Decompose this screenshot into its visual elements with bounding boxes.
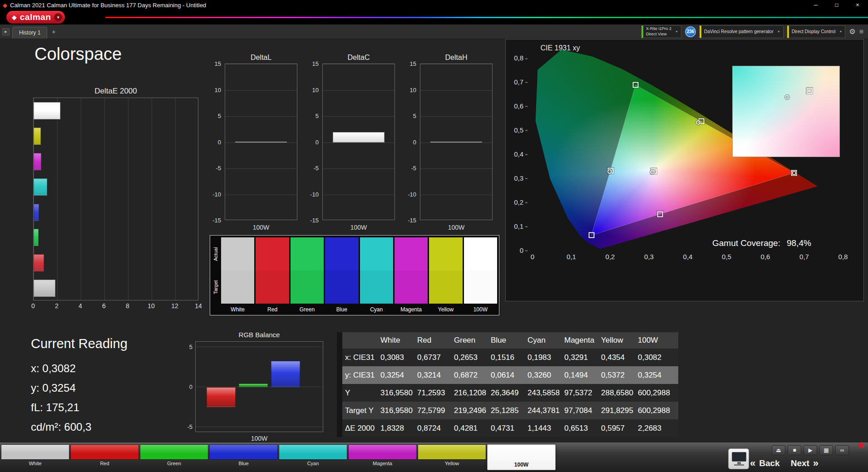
close-button[interactable]: ×	[847, 0, 868, 10]
table-cell: 0,3254	[380, 371, 417, 380]
pattern-patch-cyan[interactable]: Cyan	[279, 444, 347, 466]
table-cell: 1,8328	[380, 424, 417, 433]
table-row-label: x: CIE31	[342, 353, 380, 362]
eject-button[interactable]: ⏏	[772, 445, 785, 455]
back-label: Back	[759, 458, 779, 468]
table-gutter	[337, 384, 342, 402]
tab-history-1[interactable]: History 1	[12, 27, 47, 39]
patch-label: Red	[70, 461, 139, 466]
maximize-button[interactable]: □	[826, 0, 847, 10]
swatch-target	[221, 270, 254, 304]
table-cell: 244,3781	[528, 406, 564, 415]
table-gutter	[337, 366, 342, 384]
save-button[interactable]: ▦	[819, 445, 833, 455]
table-cell: 97,5372	[564, 388, 601, 398]
patch-color	[1, 444, 69, 460]
pattern-patch-blue[interactable]: Blue	[209, 444, 278, 466]
pattern-generator-selector[interactable]: DaVinci Resolve pattern generator ▼	[700, 25, 784, 38]
calman-logo-menu[interactable]: ◆ calman ▼	[6, 11, 65, 24]
ytick--15: -15	[310, 217, 319, 224]
back-button[interactable]: « Back	[750, 457, 780, 469]
cie-ytick-1: 0,7	[514, 78, 528, 86]
colorspace-workspace: Colorspace DeltaE 2000 02468101214 Delta…	[0, 39, 868, 442]
window-controls: ─ □ ×	[805, 0, 868, 10]
swatch-target	[325, 270, 358, 304]
pattern-patch-red[interactable]: Red	[70, 444, 139, 466]
chart-title-deltah: DeltaH	[420, 54, 493, 62]
ytick--15: -15	[408, 217, 416, 224]
next-button[interactable]: Next »	[791, 457, 819, 469]
meter-name: X-Rite i1Pro 2	[646, 26, 671, 31]
play-button[interactable]: ▶	[804, 445, 817, 455]
table-row-label: y: CIE31	[342, 371, 380, 380]
swatch-100w	[464, 237, 497, 304]
deltah-bar	[430, 142, 482, 143]
pattern-patch-white[interactable]: White	[1, 444, 69, 466]
pattern-patch-magenta[interactable]: Magenta	[348, 444, 417, 466]
swatch-target	[360, 270, 393, 304]
table-row: Y316,958071,2593216,120826,3649243,58589…	[337, 384, 678, 402]
cie-ytick-0: 0,8	[514, 54, 528, 62]
loop-button[interactable]: ∞	[835, 445, 849, 455]
table-header-cyan: Cyan	[528, 336, 564, 345]
reading-y: y: 0,3254	[31, 378, 128, 398]
cie-ytick-4: 0,4	[514, 150, 528, 158]
ytick--5: -5	[216, 165, 221, 172]
table-cell: 0,3083	[380, 353, 417, 362]
menu-button[interactable]: ≡	[859, 28, 863, 36]
tab-scroll-button[interactable]: ▶	[2, 28, 10, 35]
inset-marker-square	[807, 88, 813, 93]
wizard-navigation: « Back Next »	[750, 457, 819, 469]
add-tab-button[interactable]: +	[49, 28, 58, 35]
ytick-5: 5	[218, 113, 221, 119]
current-reading-section: Current Reading x: 0,3082 y: 0,3254 fL: …	[31, 336, 128, 437]
x-label-deltah: 100W	[420, 224, 493, 231]
table-header-magenta: Magenta	[564, 336, 601, 345]
meter-selector[interactable]: X-Rite i1Pro 2 Direct View ▼	[641, 25, 681, 38]
reading-fl: fL: 175,21	[31, 398, 128, 417]
deltac-bar	[333, 132, 385, 143]
pattern-patch-yellow[interactable]: Yellow	[418, 444, 486, 466]
stop-button[interactable]: ■	[788, 445, 801, 455]
table-cell: 0,1494	[564, 371, 601, 380]
pattern-patch-100w[interactable]: 100W	[487, 444, 556, 470]
cie-xtick-0: 0	[531, 253, 534, 261]
gamut-coverage-value: 98,4%	[787, 238, 811, 248]
display-window-button[interactable]	[728, 448, 749, 469]
logo-bar: ◆ calman ▼	[0, 10, 868, 25]
swatch-yellow	[429, 237, 462, 304]
ytick-0: 0	[218, 138, 221, 145]
patch-color	[418, 444, 486, 460]
ytick-10: 10	[410, 86, 416, 93]
swatch-actual	[291, 237, 324, 270]
rgb-bar-blue	[271, 361, 300, 387]
minimize-button[interactable]: ─	[805, 0, 826, 10]
ytick-0: 0	[413, 138, 416, 145]
chart-title-deltac: DeltaC	[322, 54, 395, 62]
ytick--5: -5	[313, 165, 319, 172]
pattern-patch-green[interactable]: Green	[140, 444, 208, 466]
cie-xtick-2: 0,2	[606, 253, 615, 261]
settings-gear-button[interactable]: ⚙	[849, 27, 855, 36]
table-row-label: Target Y	[342, 406, 380, 415]
patch-label: Yellow	[418, 461, 486, 466]
target-actual-swatch-panel: ActualTarget WhiteRedGreenBlueCyanMagent…	[210, 235, 499, 315]
cie-ytick-5: 0,3	[514, 174, 528, 182]
deltal-bar	[235, 142, 287, 143]
table-row: y: CIE310,32540,32140,68720,06140,32600,…	[337, 366, 678, 384]
alert-asterisk-icon[interactable]: *	[858, 442, 864, 454]
rgb-balance-y-axis: 50-5	[179, 341, 193, 432]
table-row: x: CIE310,30830,67370,26530,15160,19830,…	[337, 349, 678, 366]
swatch-target	[429, 270, 462, 304]
calman-app-window: ◆ Calman 2021 Calman Ultimate for Busine…	[0, 0, 868, 472]
table-cell: 0,6513	[564, 424, 601, 433]
measurement-table: WhiteRedGreenBlueCyanMagentaYellow100Wx:…	[337, 332, 678, 437]
table-cell: 71,2593	[417, 388, 454, 398]
display-control-selector[interactable]: Direct Display Control ▼	[787, 25, 846, 38]
bottom-bar: WhiteRedGreenBlueCyanMagentaYellow100W ⏏…	[0, 442, 868, 472]
swatch-actual	[429, 237, 462, 270]
swatch-label: Yellow	[429, 306, 462, 313]
pattern-generator-label: DaVinci Resolve pattern generator	[704, 29, 774, 34]
cie-marker-circle	[696, 120, 700, 125]
y-axis-deltal: 151050-5-10-15	[206, 64, 222, 220]
